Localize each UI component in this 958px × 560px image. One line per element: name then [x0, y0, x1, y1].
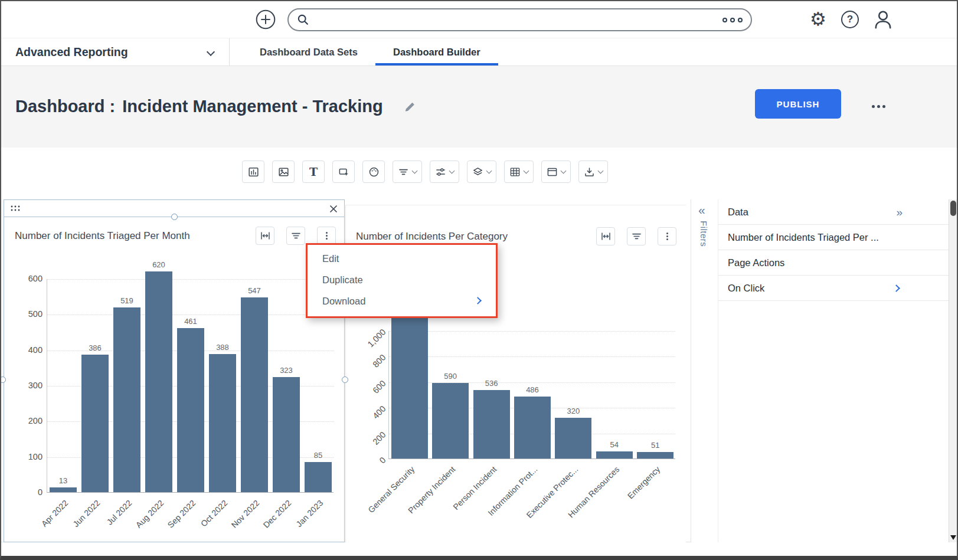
bar-value-label: 388: [204, 343, 241, 352]
chart-bar[interactable]: [113, 307, 140, 492]
chart-bar[interactable]: [391, 311, 428, 459]
resize-widget-button[interactable]: [596, 227, 615, 245]
widget-title: Number of Incidents Triaged Per Month: [15, 230, 190, 242]
remove-widget-button[interactable]: [328, 203, 339, 215]
chart-bar[interactable]: [305, 462, 332, 492]
filter-menu-button[interactable]: [393, 161, 422, 183]
x-axis-label: Property Incident: [380, 464, 457, 542]
user-menu-button[interactable]: [872, 8, 894, 31]
chart-bar[interactable]: [514, 397, 551, 459]
menu-item-duplicate[interactable]: Duplicate: [308, 269, 496, 290]
filters-label: Filters: [699, 221, 709, 247]
theme-button[interactable]: [362, 161, 385, 183]
widget-filter-button[interactable]: [286, 227, 305, 245]
chart-bar[interactable]: [81, 355, 109, 492]
edit-title-button[interactable]: [403, 100, 416, 113]
publish-button[interactable]: PUBLISH: [755, 89, 841, 119]
filter-icon: [290, 230, 302, 241]
chart-bar[interactable]: [432, 383, 469, 459]
drag-handle-icon[interactable]: [10, 205, 21, 212]
close-icon: [329, 204, 338, 214]
widget-context-menu: Edit Duplicate Download: [308, 245, 496, 316]
controls-menu-button[interactable]: [430, 161, 459, 183]
kebab-icon: [662, 231, 673, 242]
settings-button[interactable]: ⚙: [806, 7, 830, 31]
data-row-dataset[interactable]: Number of Incidents Triaged Per ...: [718, 225, 949, 250]
shape-icon: [338, 166, 349, 178]
widget-kebab-menu-button[interactable]: [317, 227, 336, 245]
scrollbar-thumb[interactable]: [950, 201, 956, 216]
chart-bar[interactable]: [209, 354, 236, 492]
search-options-icon[interactable]: [722, 18, 743, 22]
widget-incidents-per-month[interactable]: Number of Incidents Triaged Per Month: [4, 217, 345, 542]
widget-kebab-menu-button[interactable]: [658, 227, 676, 245]
tab-dashboard-data-sets[interactable]: Dashboard Data Sets: [242, 38, 375, 66]
y-axis-tick-label: 1,000: [362, 327, 388, 353]
chart-bar[interactable]: [555, 418, 591, 459]
layout-menu-button[interactable]: [541, 161, 571, 183]
more-options-button[interactable]: [868, 99, 889, 114]
insert-shape-button[interactable]: [332, 161, 355, 183]
gridline: [47, 315, 333, 315]
filters-panel-toggle[interactable]: « Filters: [691, 199, 718, 542]
chevron-down-icon: [449, 168, 455, 173]
palette-icon: [368, 166, 380, 178]
product-switcher[interactable]: Advanced Reporting: [15, 38, 128, 66]
bar-value-label: 85: [299, 451, 337, 460]
resize-handle-right[interactable]: [342, 376, 348, 383]
chart-bar[interactable]: [241, 297, 268, 492]
widget-filter-button[interactable]: [627, 227, 646, 245]
chart-bar[interactable]: [473, 390, 510, 459]
bar-value-label: 54: [596, 440, 633, 449]
chart-bar[interactable]: [145, 271, 172, 492]
export-menu-button[interactable]: [578, 161, 608, 183]
scroll-down-arrow-icon[interactable]: [950, 535, 956, 540]
table-menu-button[interactable]: [504, 161, 534, 183]
gear-icon: ⚙: [810, 8, 826, 30]
x-axis-label: Human Resources: [544, 464, 622, 542]
resize-widget-button[interactable]: [256, 227, 274, 245]
kebab-icon: [321, 230, 332, 241]
topbar: ⚙ ?: [1, 1, 957, 38]
chart-bar[interactable]: [596, 451, 633, 459]
menu-item-edit[interactable]: Edit: [308, 248, 496, 269]
menu-item-download[interactable]: Download: [308, 290, 496, 312]
resize-handle-top[interactable]: [171, 214, 178, 220]
chart-bar[interactable]: [273, 377, 300, 492]
data-row-on-click[interactable]: On Click: [718, 276, 949, 301]
y-axis-tick-label: 0: [15, 487, 42, 497]
chart-bar[interactable]: [177, 328, 204, 492]
x-axis-label: Emergency: [584, 464, 662, 542]
gridline: [47, 279, 333, 280]
data-panel: Data » Number of Incidents Triaged Per .…: [718, 199, 949, 301]
layers-menu-button[interactable]: [467, 161, 496, 183]
tab-dashboard-builder[interactable]: Dashboard Builder: [375, 38, 498, 66]
pencil-icon: [403, 100, 416, 113]
chevron-right-icon: [892, 284, 900, 292]
data-row-page-actions[interactable]: Page Actions: [718, 250, 949, 276]
widget-actions: [596, 227, 676, 245]
widget-actions: [256, 227, 336, 245]
plot-area: 010020030040050060013Apr 2022386Jun 2022…: [47, 279, 333, 493]
y-axis-tick-label: 300: [15, 381, 42, 390]
bar-value-label: 320: [554, 407, 592, 415]
help-button[interactable]: ?: [841, 11, 859, 28]
y-axis-tick-label: 200: [15, 416, 42, 425]
bar-value-label: 547: [236, 286, 273, 295]
data-panel-header[interactable]: Data »: [718, 199, 949, 225]
search-bar: [287, 8, 752, 31]
expand-width-icon: [260, 230, 271, 241]
text-icon: T: [309, 166, 318, 178]
chart-bar[interactable]: [50, 487, 77, 492]
menu-item-label: Download: [322, 296, 365, 306]
add-button[interactable]: [255, 9, 276, 30]
search-input[interactable]: [315, 14, 717, 26]
vertical-scrollbar[interactable]: [949, 199, 958, 542]
insert-image-button[interactable]: [272, 161, 295, 183]
insert-chart-button[interactable]: [242, 161, 264, 183]
insert-text-button[interactable]: T: [302, 161, 325, 183]
page-title-label: Dashboard :: [15, 97, 115, 116]
download-icon: [584, 166, 595, 178]
y-axis-tick-label: 600: [362, 378, 388, 404]
chart-bar[interactable]: [637, 452, 673, 459]
